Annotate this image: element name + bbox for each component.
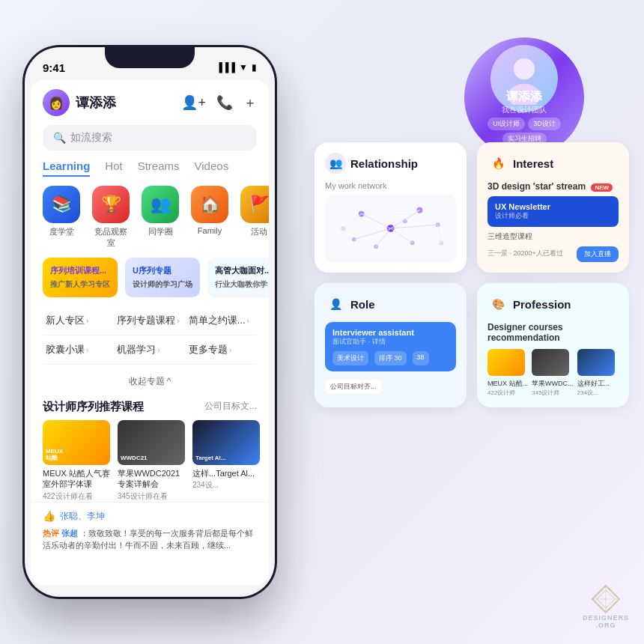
mini-course-row: MEUX 站酷... 422设计师 苹果WWDC... 345设计师 这样好工.… (487, 349, 619, 397)
duxuetang-icon: 📚 (43, 186, 80, 223)
svg-line-18 (343, 214, 361, 228)
app-header: 👩 谭添添 👤+ 📞 ＋ (31, 80, 269, 122)
icon-competition[interactable]: 🏆 竞品观察室 (92, 186, 130, 249)
like-icon[interactable]: 👍 (43, 510, 55, 522)
status-time: 9:41 (43, 61, 65, 74)
rec-thumb-2: WWDC21 (118, 420, 185, 465)
collapse-button[interactable]: 收起专题 ^ (31, 371, 269, 392)
rec-card-title-2: 苹果WWDC2021专案详解会 (118, 468, 185, 490)
header-icons: 👤+ 📞 ＋ (181, 94, 257, 112)
rec-card-count-1: 422设计师在看 (43, 491, 110, 502)
topic-newcomer[interactable]: 新人专区 › (43, 306, 114, 335)
network-subtitle: My work network (325, 181, 456, 190)
rec-card-count-3: 234设... (192, 480, 260, 490)
mini-course-3[interactable]: 这样好工... 234设... (577, 349, 615, 397)
mini-course-2[interactable]: 苹果WWDC... 345设计师 (532, 349, 574, 397)
header-left: 👩 谭添添 (43, 89, 116, 116)
mini-info-3: 这样好工... (577, 379, 615, 389)
comment-text: 热评 张超 ：致敬致敬！享受的每一次服务背后都是每个鲜活乐动者的辛勤付出！牛而不… (43, 527, 257, 552)
ux-sub: 设计师必看 (495, 211, 611, 221)
watermark: DESIGNERS .ORG (583, 584, 629, 629)
relationship-icon-circle: 👥 (325, 153, 346, 174)
mini-meta-3: 234设... (577, 389, 615, 397)
mini-info-1: MEUX 站酷... (487, 379, 528, 389)
rec-card-title-3: 这样...Target Al... (192, 468, 260, 479)
classmates-label: 同学圈 (148, 226, 173, 237)
rec-card-3[interactable]: Target Al... 这样...Target Al... 234设... (192, 420, 260, 502)
join-stream-button[interactable]: 加入直播 (577, 246, 619, 262)
relationship-label: Relationship (350, 157, 418, 170)
tag-recruit: 实习生招聘 (502, 133, 547, 145)
search-placeholder: 如流搜索 (70, 131, 112, 145)
interest-meta: 三一景 · 20200+人已看过 (487, 249, 563, 258)
profile-tags: UI设计师 3D设计 (487, 118, 561, 130)
course-card-2[interactable]: U序列专题 设计师的学习广场 (125, 258, 200, 297)
search-icon: 🔍 (53, 132, 66, 144)
user-avatar[interactable]: 👩 (43, 89, 70, 116)
profession-label: Profession (513, 298, 571, 311)
tab-hot[interactable]: Hot (105, 160, 122, 177)
activity-icon: 🚩 (240, 186, 269, 223)
role-meta-2: 排序 30 (374, 351, 407, 365)
comment-author: 张超 (61, 529, 78, 538)
rec-card-2[interactable]: WWDC21 苹果WWDC2021专案详解会 345设计师在看 (118, 420, 185, 502)
interest-new-badge: NEW (591, 183, 613, 192)
likes-row: 👍 张聪、李坤 (43, 510, 257, 523)
phone-icon[interactable]: 📞 (216, 94, 233, 111)
topics-grid: 新人专区 › 序列专题课程 › 简单之约课... › 胶囊小课 › 机器学习 ›… (31, 306, 269, 365)
tab-learning[interactable]: Learning (43, 160, 90, 177)
tab-streams[interactable]: Streams (138, 160, 180, 177)
competition-label: 竞品观察室 (92, 226, 130, 249)
svg-line-20 (438, 225, 442, 243)
topic-capsule[interactable]: 胶囊小课 › (43, 335, 114, 365)
app-title: 谭添添 (76, 94, 116, 112)
signal-icon: ▐▐▐ (216, 62, 236, 73)
mini-course-1[interactable]: MEUX 站酷... 422设计师 (487, 349, 528, 397)
role-icon-circle: 👤 (325, 294, 346, 315)
icon-activity[interactable]: 🚩 活动 (240, 186, 269, 249)
relationship-icon: 👥 (329, 157, 342, 169)
role-title: Interviewer assistant (332, 328, 449, 337)
topic-ml[interactable]: 机器学习 › (114, 335, 185, 365)
profile-dept: 我在设计团队 (502, 105, 547, 115)
interest-stream-title: 3D design 'star' stream (487, 181, 586, 192)
profession-card: 🎨 Profession Designer courses recommenda… (477, 283, 629, 407)
role-meta-row: 美术设计 排序 30 38 (332, 351, 449, 365)
course-card-3[interactable]: 高管大咖面对... 行业大咖教你学 (207, 258, 269, 297)
search-bar[interactable]: 🔍 如流搜索 (43, 125, 257, 151)
profession-icon: 🎨 (492, 298, 505, 310)
topic-more[interactable]: 更多专题 › (186, 335, 257, 365)
family-label: Family (198, 226, 222, 235)
phone-notch (105, 47, 195, 68)
mini-thumb-target (577, 349, 615, 376)
mini-info-2: 苹果WWDC... (532, 379, 574, 389)
plus-icon[interactable]: ＋ (243, 94, 257, 112)
topic-simple[interactable]: 简单之约课... › (186, 306, 257, 335)
profile-name-big: 谭添添 (506, 89, 542, 105)
icon-family[interactable]: 🏠 Family (191, 186, 228, 249)
ux-card[interactable]: UX Newsletter 设计师必看 (487, 196, 619, 227)
course-card-1[interactable]: 序列培训课程... 推广新人学习专区 (43, 258, 118, 297)
icon-classmates[interactable]: 👥 同学圈 (142, 186, 179, 249)
watermark-line2: .ORG (595, 622, 616, 629)
role-icon: 👤 (329, 298, 342, 310)
rec-thumb-1: MEUX站酷 (43, 420, 110, 465)
tab-videos[interactable]: Videos (195, 160, 229, 177)
svg-line-17 (391, 225, 438, 228)
role-header: 👤 Role (325, 294, 456, 315)
tab-nav: Learning Hot Streams Videos (31, 160, 269, 177)
topic-series[interactable]: 序列专题课程 › (114, 306, 185, 335)
rec-card-1[interactable]: MEUX站酷 MEUX 站酷人气赛室外部字体课 422设计师在看 (43, 420, 110, 502)
svg-point-0 (514, 58, 535, 79)
interest-label: Interest (513, 157, 553, 170)
add-contact-icon[interactable]: 👤+ (181, 94, 206, 111)
ux-title: UX Newsletter (495, 202, 611, 211)
interest-header: 🔥 Interest (487, 153, 619, 174)
relationship-card: 👥 Relationship My work network (315, 142, 467, 273)
svg-line-14 (354, 228, 391, 240)
section-header-1: 设计师序列推荐课程 公司目标文... (31, 392, 269, 420)
competition-icon: 🏆 (92, 186, 130, 223)
icon-duxuetang[interactable]: 📚 度学堂 (43, 186, 80, 249)
collapse-label: 收起专题 ^ (129, 376, 171, 386)
phone-mockup: 9:41 ▐▐▐ ▼ ▮ 👩 谭添添 👤+ 📞 ＋ (22, 45, 277, 599)
